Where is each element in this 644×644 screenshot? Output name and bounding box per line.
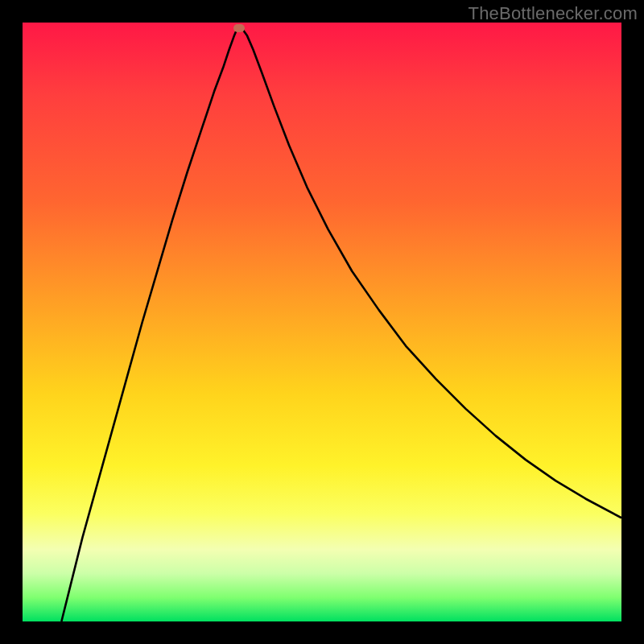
plot-area [23, 23, 621, 621]
curve-svg [23, 23, 621, 621]
bottleneck-curve [61, 28, 621, 621]
chart-frame: TheBottlenecker.com [0, 0, 644, 644]
watermark-text: TheBottlenecker.com [469, 3, 638, 24]
minimum-marker [233, 24, 245, 32]
